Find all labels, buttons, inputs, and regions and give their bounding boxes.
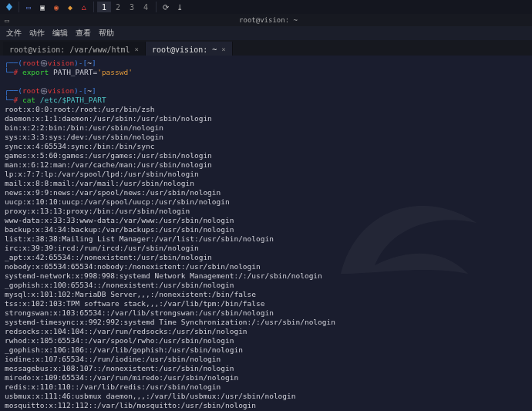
close-icon[interactable]: ×: [135, 45, 139, 53]
terminal-tabs: root@vision: /var/www/html×root@vision: …: [0, 40, 532, 56]
terminal-tab-0[interactable]: root@vision: /var/www/html×: [3, 42, 146, 56]
menu-item-2[interactable]: 编辑: [52, 28, 68, 39]
taskbar: ▭ ▣ ◉ ◆ 🜂 1234 ⟳ ⤓: [0, 0, 532, 14]
app-menu-icon[interactable]: [3, 2, 15, 12]
menu-item-3[interactable]: 查看: [76, 28, 91, 39]
menu-item-0[interactable]: 文件: [6, 28, 22, 39]
tray-icon-2[interactable]: ⤓: [173, 2, 186, 12]
tab-label: root@vision: ~: [152, 45, 217, 54]
tab-label: root@vision: /var/www/html: [9, 45, 130, 54]
wireshark-icon[interactable]: 🜂: [78, 2, 90, 12]
terminal-output[interactable]: ┌──(root㉿vision)-[~] └─# export PATH_PAR…: [0, 56, 532, 411]
tray-icon-1[interactable]: ⟳: [160, 2, 172, 12]
firefox-icon[interactable]: ◉: [50, 2, 62, 12]
menu-item-4[interactable]: 帮助: [99, 28, 114, 39]
window-title: root@vision: ~: [14, 16, 523, 24]
window-titlebar: ▭ root@vision: ~: [0, 14, 532, 26]
window-menu-icon[interactable]: ▭: [5, 16, 14, 25]
burp-icon[interactable]: ◆: [64, 2, 76, 12]
workspace-1[interactable]: 1: [97, 2, 111, 12]
terminal-icon[interactable]: ▣: [36, 2, 49, 12]
menu-item-1[interactable]: 动作: [29, 28, 45, 39]
close-icon[interactable]: ×: [221, 45, 225, 53]
menubar: 文件动作编辑查看帮助: [0, 26, 532, 40]
workspace-4[interactable]: 4: [139, 2, 153, 12]
terminal-tab-1[interactable]: root@vision: ~×: [146, 42, 233, 56]
workspace-3[interactable]: 3: [125, 2, 139, 12]
workspace-2[interactable]: 2: [111, 2, 125, 12]
files-icon[interactable]: ▭: [22, 2, 35, 12]
